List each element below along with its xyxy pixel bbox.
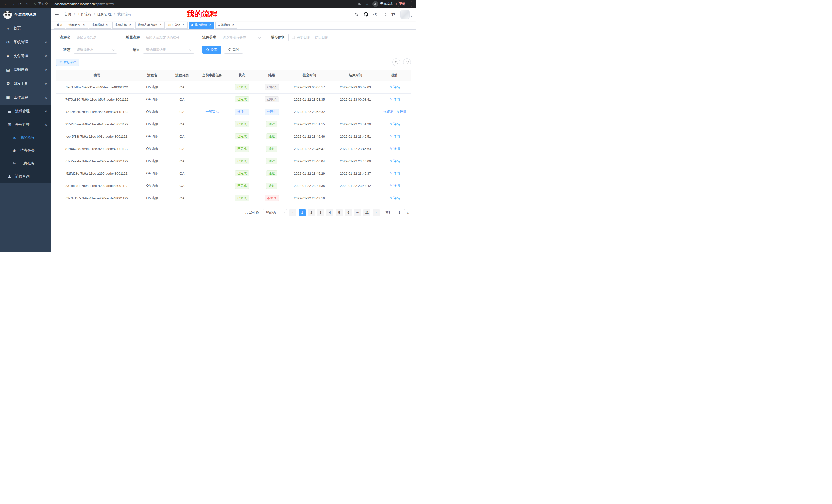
page-button[interactable]: 6 <box>345 209 352 216</box>
search-icon[interactable] <box>355 12 358 17</box>
view-tab[interactable]: 首页 <box>54 22 65 29</box>
search-button[interactable]: 搜索 <box>202 46 222 54</box>
page-button[interactable]: 2 <box>308 209 315 216</box>
chevron-down-icon: ▾ <box>411 16 412 18</box>
view-tab[interactable]: 流程模型× <box>89 22 111 29</box>
refresh-table-button[interactable] <box>403 58 411 66</box>
detail-link[interactable]: ✎详情 <box>390 171 400 176</box>
user-avatar[interactable]: ▾ <box>400 10 412 19</box>
reset-button[interactable]: 重置 <box>224 46 243 54</box>
cell-result: 通过 <box>257 130 287 143</box>
current-task-link[interactable]: 一级审批 <box>205 110 219 114</box>
hamburger-icon[interactable] <box>55 12 60 17</box>
cell-end-time: 2022-01-22 23:46:09 <box>332 155 379 167</box>
close-icon[interactable]: × <box>208 23 212 27</box>
home-button[interactable]: ⌂ <box>23 2 30 6</box>
close-icon[interactable]: × <box>182 23 185 27</box>
detail-link[interactable]: ✎详情 <box>390 85 400 89</box>
cell-end-time: 2022-01-23 00:07:03 <box>332 81 379 93</box>
process-name-input[interactable] <box>74 34 117 41</box>
sidebar-item[interactable]: ▣工作流程∧ <box>0 91 51 105</box>
category-select[interactable]: 请选择流程分类 <box>219 34 263 41</box>
sidebar-item[interactable]: ⌂首页 <box>0 21 51 35</box>
view-tab[interactable]: 流程表单-编辑× <box>135 22 164 29</box>
page-button[interactable]: 5 <box>336 209 343 216</box>
github-icon[interactable] <box>364 12 368 17</box>
address-bar[interactable]: ⚠ 不安全 | dashboard.yudao.iocoder.cn/bpm/t… <box>33 2 358 6</box>
view-tab[interactable]: 流程表单× <box>112 22 134 29</box>
jump-page-input[interactable] <box>394 209 405 216</box>
prev-page-button[interactable]: ‹ <box>289 209 296 216</box>
forward-button[interactable]: → <box>9 2 17 6</box>
key-icon[interactable] <box>358 2 362 6</box>
breadcrumb-item[interactable]: 工作流程 <box>77 12 92 17</box>
pagination-pages: 123456•••11 <box>298 209 370 216</box>
page-size-select[interactable]: 10条/页 <box>262 209 287 216</box>
close-icon[interactable]: × <box>82 23 86 27</box>
fullscreen-icon[interactable] <box>382 12 386 17</box>
sidebar-item[interactable]: ♟请假查询 <box>0 170 51 183</box>
detail-link[interactable]: ✎详情 <box>396 109 407 114</box>
sidebar-item[interactable]: ▤基础设施∨ <box>0 63 51 77</box>
result-select[interactable]: 请选择流结果 <box>143 46 194 54</box>
sidebar-item[interactable]: ⊞任务管理∧ <box>0 118 51 131</box>
detail-link[interactable]: ✎详情 <box>390 146 400 151</box>
cell-current-task <box>197 179 227 192</box>
sidebar-item-label: 支付管理 <box>14 54 45 58</box>
bookmark-star-icon[interactable]: ☆ <box>365 2 369 6</box>
reload-button[interactable]: ⟳ <box>17 2 23 6</box>
help-icon[interactable]: ? <box>373 12 377 17</box>
detail-link[interactable]: ✎详情 <box>390 97 400 102</box>
cell-status: 已完成 <box>227 179 257 192</box>
create-process-button[interactable]: 发起流程 <box>56 59 79 66</box>
view-tab[interactable]: 发起流程× <box>215 22 237 29</box>
sidebar-item[interactable]: ✂已办任务 <box>0 157 51 170</box>
view-tab[interactable]: 我的流程× <box>189 22 214 29</box>
detail-link[interactable]: ✎详情 <box>390 184 400 188</box>
url-text: dashboard.yudao.iocoder.cn/bpm/task/my <box>54 2 114 6</box>
sidebar-item[interactable]: ✉我的流程 <box>0 131 51 144</box>
yen-icon: ¥ <box>5 54 11 58</box>
security-label: 不安全 <box>38 2 48 6</box>
detail-link[interactable]: ✎详情 <box>390 122 400 127</box>
breadcrumb-item[interactable]: 首页 <box>64 12 72 17</box>
browser-update-button[interactable]: 更新 ⋮ <box>396 1 413 7</box>
font-size-icon[interactable]: TT <box>391 12 395 17</box>
cancel-link[interactable]: ⊘取消 <box>383 109 393 114</box>
toggle-search-button[interactable] <box>392 58 400 66</box>
detail-link[interactable]: ✎详情 <box>390 159 400 163</box>
more-pages-button[interactable]: ••• <box>354 209 361 216</box>
column-header: 流程名 <box>137 69 166 81</box>
detail-link[interactable]: ✎详情 <box>390 134 400 139</box>
process-definition-input[interactable] <box>143 34 194 41</box>
page-button[interactable]: 3 <box>317 209 324 216</box>
status-select[interactable]: 请选择状态 <box>74 46 117 54</box>
browser-menu-icon[interactable]: ⋮ <box>408 2 411 6</box>
sidebar-item[interactable]: ≣流程管理∨ <box>0 105 51 118</box>
close-icon[interactable]: × <box>128 23 132 27</box>
detail-link[interactable]: ✎详情 <box>390 196 400 200</box>
back-button[interactable]: ← <box>3 2 9 6</box>
process-name-label: 流程名 <box>59 35 74 40</box>
cell-actions: ✎详情 <box>379 81 411 93</box>
table-tools <box>392 58 411 66</box>
app-logo[interactable]: 芋道管理系统 <box>0 8 51 21</box>
breadcrumb-item[interactable]: 任务管理 <box>97 12 111 17</box>
page-button[interactable]: 11 <box>363 209 370 216</box>
sidebar-item[interactable]: ¥支付管理∨ <box>0 49 51 63</box>
tab-label: 用户分组 <box>168 23 181 27</box>
cell-process-name: OA 请假 <box>137 118 166 130</box>
page-button[interactable]: 1 <box>298 209 306 216</box>
table-body: 3ad174fb-7b9d-11ec-8404-acde48001122OA 请… <box>56 81 411 204</box>
submit-time-range-picker[interactable]: 开始日期 - 结束日期 <box>288 34 346 41</box>
close-icon[interactable]: × <box>105 23 109 27</box>
view-tab[interactable]: 流程定义× <box>66 22 88 29</box>
page-button[interactable]: 4 <box>326 209 334 216</box>
close-icon[interactable]: × <box>159 23 162 27</box>
view-tab[interactable]: 用户分组× <box>166 22 188 29</box>
close-icon[interactable]: × <box>231 23 235 27</box>
next-page-button[interactable]: › <box>372 209 380 216</box>
sidebar-item[interactable]: ⚒研发工具∨ <box>0 77 51 91</box>
sidebar-item[interactable]: ◉待办任务 <box>0 144 51 157</box>
sidebar-item[interactable]: ⚙系统管理∨ <box>0 35 51 49</box>
